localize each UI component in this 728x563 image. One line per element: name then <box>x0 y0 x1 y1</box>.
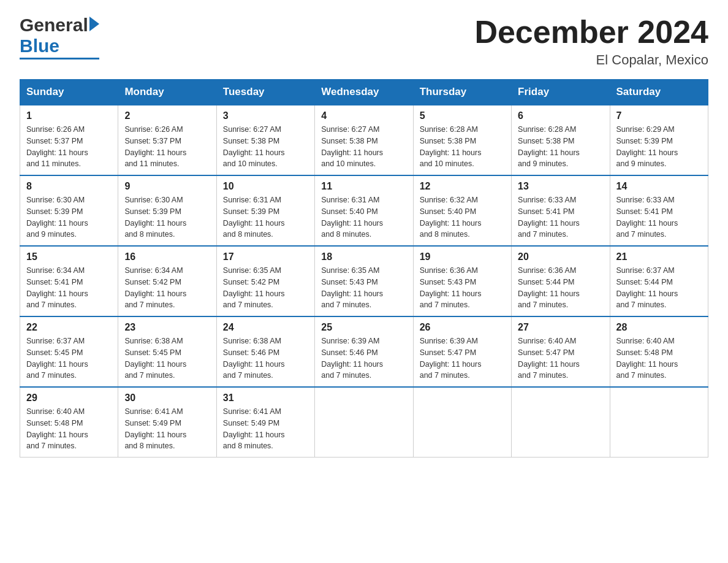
day-number: 26 <box>420 322 505 333</box>
day-cell-27: 27Sunrise: 6:40 AMSunset: 5:47 PMDayligh… <box>512 316 610 387</box>
day-info: Sunrise: 6:36 AMSunset: 5:44 PMDaylight:… <box>518 265 603 311</box>
day-cell-11: 11Sunrise: 6:31 AMSunset: 5:40 PMDayligh… <box>315 175 413 246</box>
day-number: 11 <box>321 181 406 192</box>
day-info: Sunrise: 6:32 AMSunset: 5:40 PMDaylight:… <box>420 194 505 240</box>
week-row-1: 1Sunrise: 6:26 AMSunset: 5:37 PMDaylight… <box>20 105 708 175</box>
day-cell-26: 26Sunrise: 6:39 AMSunset: 5:47 PMDayligh… <box>413 316 511 387</box>
day-number: 10 <box>223 181 308 192</box>
day-cell-8: 8Sunrise: 6:30 AMSunset: 5:39 PMDaylight… <box>20 175 118 246</box>
day-cell-30: 30Sunrise: 6:41 AMSunset: 5:49 PMDayligh… <box>118 387 216 458</box>
day-info: Sunrise: 6:27 AMSunset: 5:38 PMDaylight:… <box>223 124 308 170</box>
day-cell-29: 29Sunrise: 6:40 AMSunset: 5:48 PMDayligh… <box>20 387 118 458</box>
day-info: Sunrise: 6:37 AMSunset: 5:44 PMDaylight:… <box>616 265 702 311</box>
day-number: 9 <box>124 181 210 192</box>
day-number: 27 <box>518 322 603 333</box>
day-info: Sunrise: 6:41 AMSunset: 5:49 PMDaylight:… <box>223 406 308 452</box>
month-title: December 2024 <box>474 15 708 50</box>
col-header-friday: Friday <box>512 80 610 105</box>
day-number: 4 <box>321 110 406 121</box>
day-info: Sunrise: 6:38 AMSunset: 5:45 PMDaylight:… <box>124 335 210 381</box>
calendar-header-row: SundayMondayTuesdayWednesdayThursdayFrid… <box>20 80 708 105</box>
day-info: Sunrise: 6:38 AMSunset: 5:46 PMDaylight:… <box>223 335 308 381</box>
day-number: 16 <box>124 251 210 262</box>
day-cell-13: 13Sunrise: 6:33 AMSunset: 5:41 PMDayligh… <box>512 175 610 246</box>
day-cell-2: 2Sunrise: 6:26 AMSunset: 5:37 PMDaylight… <box>118 105 216 175</box>
col-header-saturday: Saturday <box>610 80 708 105</box>
day-number: 15 <box>26 251 112 262</box>
day-number: 28 <box>616 322 702 333</box>
title-area: December 2024 El Copalar, Mexico <box>474 15 708 68</box>
day-info: Sunrise: 6:41 AMSunset: 5:49 PMDaylight:… <box>124 406 210 452</box>
day-info: Sunrise: 6:37 AMSunset: 5:45 PMDaylight:… <box>26 335 112 381</box>
day-cell-31: 31Sunrise: 6:41 AMSunset: 5:49 PMDayligh… <box>216 387 314 458</box>
day-number: 13 <box>518 181 603 192</box>
day-cell-21: 21Sunrise: 6:37 AMSunset: 5:44 PMDayligh… <box>610 246 708 316</box>
col-header-thursday: Thursday <box>413 80 511 105</box>
logo-blue-text: Blue <box>20 36 59 56</box>
day-cell-5: 5Sunrise: 6:28 AMSunset: 5:38 PMDaylight… <box>413 105 511 175</box>
day-info: Sunrise: 6:40 AMSunset: 5:48 PMDaylight:… <box>26 406 112 452</box>
day-number: 31 <box>223 393 308 404</box>
day-cell-9: 9Sunrise: 6:30 AMSunset: 5:39 PMDaylight… <box>118 175 216 246</box>
day-cell-19: 19Sunrise: 6:36 AMSunset: 5:43 PMDayligh… <box>413 246 511 316</box>
day-cell-15: 15Sunrise: 6:34 AMSunset: 5:41 PMDayligh… <box>20 246 118 316</box>
day-info: Sunrise: 6:40 AMSunset: 5:48 PMDaylight:… <box>616 335 702 381</box>
day-info: Sunrise: 6:31 AMSunset: 5:39 PMDaylight:… <box>223 194 308 240</box>
day-cell-1: 1Sunrise: 6:26 AMSunset: 5:37 PMDaylight… <box>20 105 118 175</box>
empty-cell <box>610 387 708 458</box>
day-cell-17: 17Sunrise: 6:35 AMSunset: 5:42 PMDayligh… <box>216 246 314 316</box>
day-cell-16: 16Sunrise: 6:34 AMSunset: 5:42 PMDayligh… <box>118 246 216 316</box>
logo-general-text: General <box>20 15 88 36</box>
day-number: 24 <box>223 322 308 333</box>
day-number: 17 <box>223 251 308 262</box>
day-info: Sunrise: 6:33 AMSunset: 5:41 PMDaylight:… <box>616 194 702 240</box>
day-number: 19 <box>420 251 505 262</box>
day-cell-20: 20Sunrise: 6:36 AMSunset: 5:44 PMDayligh… <box>512 246 610 316</box>
col-header-tuesday: Tuesday <box>216 80 314 105</box>
day-cell-28: 28Sunrise: 6:40 AMSunset: 5:48 PMDayligh… <box>610 316 708 387</box>
week-row-4: 22Sunrise: 6:37 AMSunset: 5:45 PMDayligh… <box>20 316 708 387</box>
day-info: Sunrise: 6:39 AMSunset: 5:47 PMDaylight:… <box>420 335 505 381</box>
day-cell-4: 4Sunrise: 6:27 AMSunset: 5:38 PMDaylight… <box>315 105 413 175</box>
day-number: 14 <box>616 181 702 192</box>
day-info: Sunrise: 6:31 AMSunset: 5:40 PMDaylight:… <box>321 194 406 240</box>
day-number: 3 <box>223 110 308 121</box>
day-number: 5 <box>420 110 505 121</box>
day-info: Sunrise: 6:26 AMSunset: 5:37 PMDaylight:… <box>124 124 210 170</box>
logo: General Blue <box>20 15 99 59</box>
day-cell-10: 10Sunrise: 6:31 AMSunset: 5:39 PMDayligh… <box>216 175 314 246</box>
day-number: 25 <box>321 322 406 333</box>
day-info: Sunrise: 6:30 AMSunset: 5:39 PMDaylight:… <box>26 194 112 240</box>
day-cell-6: 6Sunrise: 6:28 AMSunset: 5:38 PMDaylight… <box>512 105 610 175</box>
day-number: 30 <box>124 393 210 404</box>
day-cell-23: 23Sunrise: 6:38 AMSunset: 5:45 PMDayligh… <box>118 316 216 387</box>
day-number: 1 <box>26 110 112 121</box>
day-cell-7: 7Sunrise: 6:29 AMSunset: 5:39 PMDaylight… <box>610 105 708 175</box>
day-number: 29 <box>26 393 112 404</box>
col-header-sunday: Sunday <box>20 80 118 105</box>
location: El Copalar, Mexico <box>474 52 708 68</box>
day-info: Sunrise: 6:39 AMSunset: 5:46 PMDaylight:… <box>321 335 406 381</box>
week-row-3: 15Sunrise: 6:34 AMSunset: 5:41 PMDayligh… <box>20 246 708 316</box>
day-info: Sunrise: 6:29 AMSunset: 5:39 PMDaylight:… <box>616 124 702 170</box>
day-info: Sunrise: 6:40 AMSunset: 5:47 PMDaylight:… <box>518 335 603 381</box>
col-header-wednesday: Wednesday <box>315 80 413 105</box>
day-info: Sunrise: 6:35 AMSunset: 5:42 PMDaylight:… <box>223 265 308 311</box>
day-number: 20 <box>518 251 603 262</box>
day-info: Sunrise: 6:35 AMSunset: 5:43 PMDaylight:… <box>321 265 406 311</box>
logo-arrow-icon <box>89 17 99 31</box>
day-info: Sunrise: 6:33 AMSunset: 5:41 PMDaylight:… <box>518 194 603 240</box>
day-cell-24: 24Sunrise: 6:38 AMSunset: 5:46 PMDayligh… <box>216 316 314 387</box>
empty-cell <box>413 387 511 458</box>
day-info: Sunrise: 6:28 AMSunset: 5:38 PMDaylight:… <box>420 124 505 170</box>
day-cell-12: 12Sunrise: 6:32 AMSunset: 5:40 PMDayligh… <box>413 175 511 246</box>
day-info: Sunrise: 6:34 AMSunset: 5:41 PMDaylight:… <box>26 265 112 311</box>
col-header-monday: Monday <box>118 80 216 105</box>
empty-cell <box>315 387 413 458</box>
day-number: 23 <box>124 322 210 333</box>
day-info: Sunrise: 6:30 AMSunset: 5:39 PMDaylight:… <box>124 194 210 240</box>
day-cell-14: 14Sunrise: 6:33 AMSunset: 5:41 PMDayligh… <box>610 175 708 246</box>
week-row-5: 29Sunrise: 6:40 AMSunset: 5:48 PMDayligh… <box>20 387 708 458</box>
logo-underline <box>20 58 99 59</box>
day-number: 22 <box>26 322 112 333</box>
